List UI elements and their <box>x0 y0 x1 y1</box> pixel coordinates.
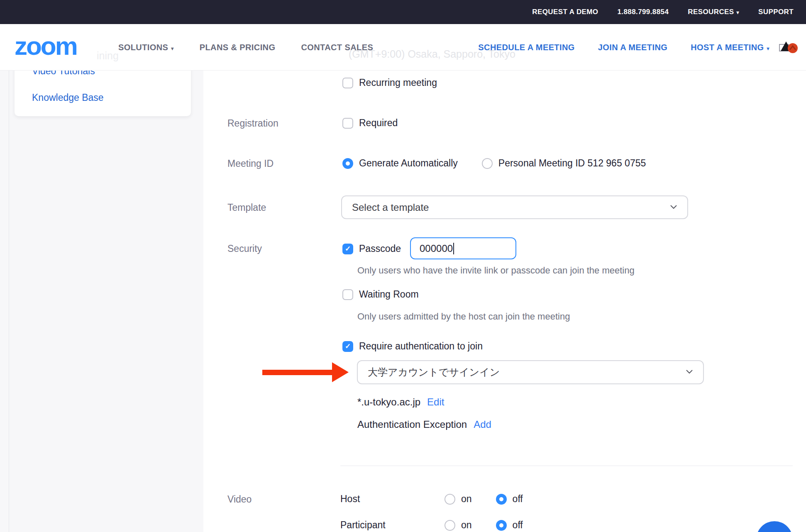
nav-left-group: SOLUTIONS▾ PLANS & PRICING CONTACT SALES <box>118 24 373 71</box>
template-label: Template <box>227 202 266 213</box>
waiting-room-helper-text: Only users admitted by the host can join… <box>357 311 570 322</box>
video-host-label: Host <box>340 493 439 505</box>
page-background-column <box>0 71 203 532</box>
recurring-meeting-row: Recurring meeting <box>342 77 437 88</box>
annotation-arrow <box>262 370 334 375</box>
left-edge-line <box>9 71 9 532</box>
annotation-arrow-head <box>332 362 349 382</box>
sidebar-item-knowledge-base[interactable]: Knowledge Base <box>32 92 104 103</box>
personal-meeting-id-radio[interactable] <box>482 158 493 169</box>
security-label: Security <box>227 243 262 254</box>
participant-video-on-label[interactable]: on <box>461 520 472 531</box>
host-video-off-radio[interactable] <box>496 494 507 505</box>
meeting-id-label: Meeting ID <box>227 158 274 169</box>
meeting-id-options-row: Generate Automatically Personal Meeting … <box>342 158 646 169</box>
passcode-value: 000000 <box>420 243 453 254</box>
passcode-checkbox[interactable]: ✓ <box>342 244 353 254</box>
video-participant-row: Participant on off <box>340 520 523 531</box>
nav-join-meeting[interactable]: JOIN A MEETING <box>598 43 667 52</box>
host-video-on-radio[interactable] <box>445 494 455 505</box>
nav-plans-pricing[interactable]: PLANS & PRICING <box>200 43 276 52</box>
edit-domain-link[interactable]: Edit <box>427 396 444 408</box>
phone-number-link[interactable]: 1.888.799.8854 <box>618 8 669 16</box>
chevron-down-icon <box>670 204 677 211</box>
host-video-off-group: off <box>496 493 523 505</box>
waiting-room-checkbox[interactable] <box>342 289 353 300</box>
utility-topbar: REQUEST A DEMO 1.888.799.8854 RESOURCES▾… <box>0 0 806 24</box>
generate-automatically-label[interactable]: Generate Automatically <box>359 158 458 169</box>
main-navbar: ining (GMT+9:00) Osaka, Sapporo, Tokyo z… <box>0 24 806 71</box>
template-select[interactable]: Select a template <box>341 195 688 219</box>
participant-video-off-radio[interactable] <box>496 520 507 531</box>
nav-solutions[interactable]: SOLUTIONS▾ <box>118 43 174 52</box>
waiting-room-label[interactable]: Waiting Room <box>359 289 419 300</box>
caret-down-icon: ▾ <box>737 10 739 15</box>
profile-avatar[interactable] <box>779 41 798 54</box>
registration-row: Required <box>342 117 398 129</box>
auth-exception-label: Authentication Exception <box>357 419 467 430</box>
personal-meeting-id-group: Personal Meeting ID 512 965 0755 <box>482 158 646 169</box>
nav-host-meeting[interactable]: HOST A MEETING▾ <box>691 43 769 52</box>
auth-method-select[interactable]: 大学アカウントでサインイン <box>357 360 704 384</box>
passcode-label[interactable]: Passcode <box>359 243 401 254</box>
video-label: Video <box>227 494 252 505</box>
auth-method-value: 大学アカウントでサインイン <box>368 366 500 379</box>
passcode-helper-text: Only users who have the invite link or p… <box>357 265 635 276</box>
video-host-row: Host on off <box>340 493 523 505</box>
participant-video-off-group: off <box>496 520 523 531</box>
registration-required-checkbox[interactable] <box>342 118 353 129</box>
passcode-row: ✓ Passcode <box>342 243 401 254</box>
ghost-text-partial: ining <box>97 50 119 62</box>
personal-meeting-id-label[interactable]: Personal Meeting ID 512 965 0755 <box>498 158 646 169</box>
auth-exception-row: Authentication Exception Add <box>357 419 491 430</box>
nav-right-group: SCHEDULE A MEETING JOIN A MEETING HOST A… <box>478 24 769 71</box>
require-auth-label[interactable]: Require authentication to join <box>359 341 483 352</box>
nav-schedule-meeting[interactable]: SCHEDULE A MEETING <box>478 43 574 52</box>
video-participant-label: Participant <box>340 520 439 531</box>
participant-video-off-label[interactable]: off <box>513 520 523 531</box>
generate-automatically-radio[interactable] <box>342 158 353 169</box>
recurring-meeting-checkbox[interactable] <box>342 78 353 88</box>
request-demo-link[interactable]: REQUEST A DEMO <box>532 8 598 16</box>
auth-domain-value: *.u-tokyo.ac.jp <box>357 396 420 408</box>
registration-label: Registration <box>227 118 278 129</box>
check-icon: ✓ <box>345 342 351 351</box>
waiting-room-row: Waiting Room <box>342 289 419 300</box>
support-link[interactable]: SUPPORT <box>758 8 794 16</box>
caret-down-icon: ▾ <box>767 46 769 51</box>
participant-video-on-radio[interactable] <box>445 520 455 531</box>
chevron-down-icon <box>686 368 693 376</box>
recurring-meeting-label[interactable]: Recurring meeting <box>359 77 437 88</box>
zoom-logo[interactable]: zoom <box>15 32 77 61</box>
help-chat-button[interactable] <box>756 521 793 532</box>
text-cursor <box>453 243 454 254</box>
passcode-input[interactable]: 000000 <box>410 237 516 259</box>
template-select-value: Select a template <box>352 202 429 213</box>
require-auth-checkbox[interactable]: ✓ <box>342 341 353 352</box>
host-video-on-label[interactable]: on <box>461 493 472 505</box>
require-auth-row: ✓ Require authentication to join <box>342 341 483 352</box>
nav-contact-sales[interactable]: CONTACT SALES <box>301 43 373 52</box>
registration-required-label[interactable]: Required <box>359 117 398 129</box>
zoom-schedule-meeting-page: Video Tutorials Knowledge Base Recurring… <box>0 0 806 532</box>
add-exception-link[interactable]: Add <box>474 419 491 430</box>
check-icon: ✓ <box>345 244 351 253</box>
auth-domain-row: *.u-tokyo.ac.jp Edit <box>357 396 444 408</box>
caret-down-icon: ▾ <box>171 46 173 51</box>
resources-menu[interactable]: RESOURCES▾ <box>688 8 739 16</box>
host-video-off-label[interactable]: off <box>513 493 523 505</box>
section-divider <box>340 466 793 466</box>
